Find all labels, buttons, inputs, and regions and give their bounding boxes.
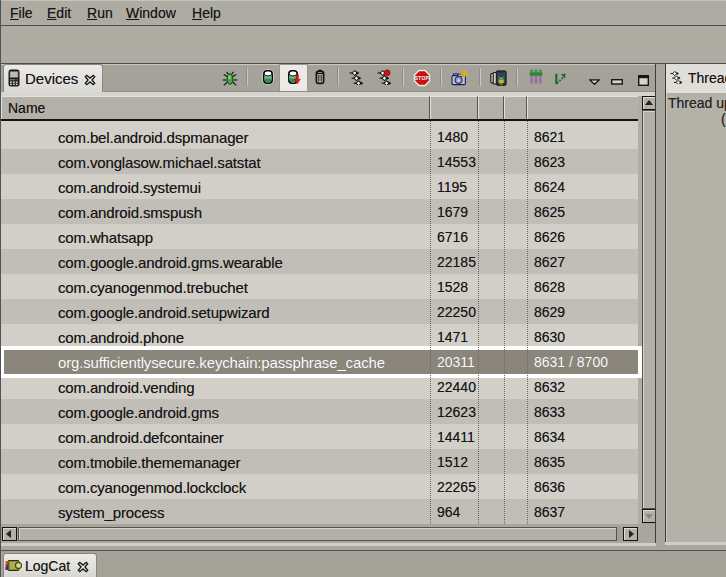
svg-text:STOP: STOP [415,75,430,81]
